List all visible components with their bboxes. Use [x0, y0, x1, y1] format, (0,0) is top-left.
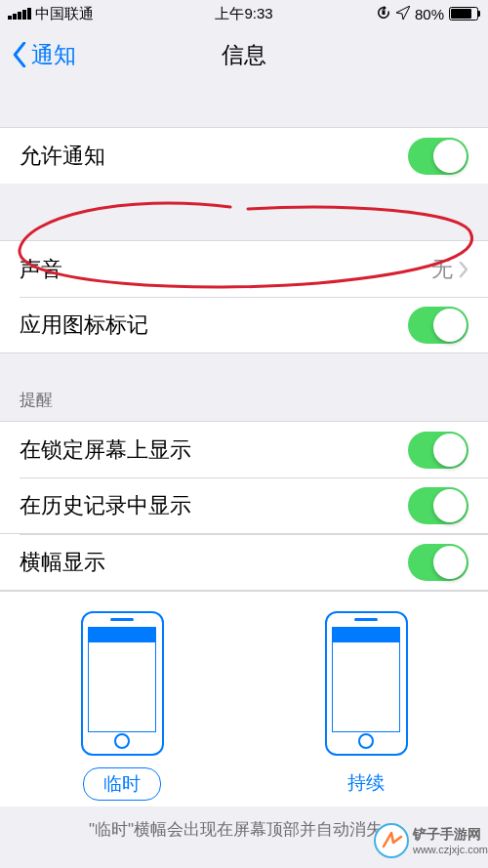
battery-pct: 80%	[415, 6, 444, 22]
svg-point-1	[375, 824, 408, 857]
temporary-label: 临时	[83, 767, 161, 801]
carrier-text: 中国联通	[35, 5, 94, 23]
sound-label: 声音	[20, 255, 431, 284]
show-in-history-row[interactable]: 在历史记录中显示	[0, 477, 488, 534]
signal-icon	[8, 8, 31, 20]
svg-rect-0	[382, 11, 385, 15]
sound-row[interactable]: 声音 无	[0, 240, 488, 297]
banner-style-persistent[interactable]: 持续	[325, 611, 408, 801]
battery-icon	[449, 7, 480, 21]
banner-style-temporary[interactable]: 临时	[81, 611, 164, 801]
alerts-header: 提醒	[0, 353, 488, 421]
show-as-banner-row[interactable]: 横幅显示	[0, 534, 488, 591]
clock: 上午9:33	[165, 5, 322, 23]
show-in-history-label: 在历史记录中显示	[20, 491, 408, 520]
badge-switch[interactable]	[408, 307, 468, 344]
chevron-right-icon	[459, 261, 468, 278]
persistent-label: 持续	[328, 767, 404, 799]
badge-row[interactable]: 应用图标标记	[0, 297, 488, 353]
temporary-preview-icon	[81, 611, 164, 756]
allow-notifications-switch[interactable]	[408, 138, 468, 175]
sound-value: 无	[431, 255, 453, 284]
back-label: 通知	[31, 40, 76, 70]
watermark-logo-icon	[374, 823, 409, 858]
watermark-url: www.czjxjc.com	[413, 844, 488, 855]
show-as-banner-switch[interactable]	[408, 544, 468, 581]
show-as-banner-label: 横幅显示	[20, 548, 408, 577]
persistent-preview-icon	[325, 611, 408, 756]
show-in-history-switch[interactable]	[408, 487, 468, 524]
show-on-lock-row[interactable]: 在锁定屏幕上显示	[0, 421, 488, 477]
watermark: 铲子手游网 www.czjxjc.com	[374, 823, 488, 858]
allow-notifications-row[interactable]: 允许通知	[0, 127, 488, 184]
location-icon	[396, 6, 410, 22]
nav-bar: 通知 信息	[0, 27, 488, 82]
orientation-lock-icon	[376, 5, 391, 23]
banner-style-picker: 临时 持续	[0, 591, 488, 806]
chevron-left-icon	[12, 42, 27, 67]
status-bar: 中国联通 上午9:33 80%	[0, 0, 488, 27]
back-button[interactable]: 通知	[12, 40, 76, 70]
show-on-lock-label: 在锁定屏幕上显示	[20, 435, 408, 465]
badge-label: 应用图标标记	[20, 310, 408, 340]
watermark-site: 铲子手游网	[413, 826, 488, 844]
allow-notifications-label: 允许通知	[20, 142, 408, 171]
show-on-lock-switch[interactable]	[408, 432, 468, 469]
